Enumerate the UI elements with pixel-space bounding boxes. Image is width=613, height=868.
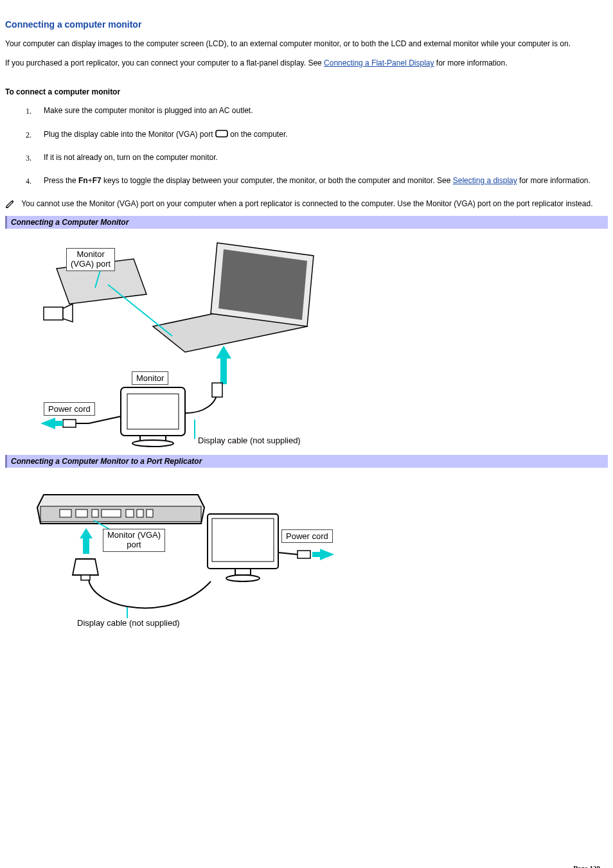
fig2-vga-label: Monitor (VGA)port bbox=[103, 529, 165, 552]
sub-heading: To connect a computer monitor bbox=[5, 87, 608, 96]
section-heading: Connecting a computer monitor bbox=[5, 19, 608, 30]
svg-rect-30 bbox=[147, 509, 153, 517]
svg-rect-25 bbox=[76, 509, 87, 517]
svg-marker-34 bbox=[80, 528, 93, 538]
svg-point-40 bbox=[226, 575, 260, 581]
step-text-post: on the computer. bbox=[230, 130, 287, 139]
step-text-pre: Press the bbox=[44, 176, 78, 185]
svg-rect-0 bbox=[216, 130, 227, 137]
intro-paragraph-2: If you purchased a port replicator, you … bbox=[5, 58, 608, 68]
note-paragraph: You cannot use the Monitor (VGA) port on… bbox=[5, 199, 608, 211]
figure2-caption: Connecting a Computer Monitor to a Port … bbox=[5, 455, 608, 468]
svg-rect-33 bbox=[81, 575, 90, 580]
svg-marker-32 bbox=[73, 559, 98, 575]
figure1-caption: Connecting a Computer Monitor bbox=[5, 216, 608, 229]
note-icon bbox=[5, 199, 17, 211]
page-number: Page 120 bbox=[573, 864, 600, 868]
step-text-post: for more information. bbox=[517, 176, 591, 185]
fig1-power-label: Power cord bbox=[44, 402, 95, 416]
fig2-power-label: Power cord bbox=[281, 529, 333, 543]
step-num: 2. bbox=[26, 130, 31, 140]
svg-rect-42 bbox=[298, 551, 310, 558]
link-selecting-display[interactable]: Selecting a display bbox=[453, 176, 517, 185]
para2-pre: If you purchased a port replicator, you … bbox=[5, 58, 324, 67]
svg-rect-7 bbox=[44, 307, 63, 320]
svg-marker-10 bbox=[216, 346, 231, 359]
svg-rect-43 bbox=[312, 552, 320, 557]
step-1: 1. Make sure the computer monitor is plu… bbox=[44, 105, 608, 116]
step-text-mid: keys to toggle the display between your … bbox=[102, 176, 453, 185]
intro-paragraph-1: Your computer can display images to the … bbox=[5, 39, 608, 49]
fig1-cable-label: Display cable (not supplied) bbox=[198, 436, 301, 445]
note-text: You cannot use the Monitor (VGA) port on… bbox=[21, 199, 592, 208]
svg-line-41 bbox=[278, 553, 298, 554]
svg-rect-29 bbox=[137, 509, 143, 517]
step-num: 3. bbox=[26, 153, 31, 163]
step-4: 4. Press the Fn+F7 keys to toggle the di… bbox=[44, 175, 608, 186]
svg-rect-15 bbox=[212, 383, 222, 397]
svg-rect-24 bbox=[60, 509, 71, 517]
step-text: If it is not already on, turn on the com… bbox=[44, 153, 218, 162]
fig1-monitor-label: Monitor bbox=[132, 371, 168, 385]
step-num: 4. bbox=[26, 176, 31, 186]
key-fn: Fn bbox=[78, 176, 88, 185]
step-text: Make sure the computer monitor is plugge… bbox=[44, 106, 253, 115]
vga-port-icon bbox=[215, 129, 228, 138]
svg-marker-8 bbox=[63, 304, 73, 322]
svg-rect-17 bbox=[63, 420, 76, 427]
step-3: 3. If it is not already on, turn on the … bbox=[44, 152, 608, 163]
svg-rect-26 bbox=[92, 509, 98, 517]
svg-marker-3 bbox=[218, 249, 307, 320]
svg-rect-28 bbox=[126, 509, 134, 517]
svg-rect-38 bbox=[212, 518, 274, 562]
link-flat-panel[interactable]: Connecting a Flat-Panel Display bbox=[324, 58, 434, 67]
figure1: Monitor(VGA) port Monitor Power cord Dis… bbox=[5, 230, 608, 448]
key-f7: F7 bbox=[93, 176, 102, 185]
svg-rect-35 bbox=[83, 538, 89, 554]
port-replicator-illustration bbox=[5, 469, 365, 636]
laptop-illustration bbox=[5, 230, 365, 448]
step-text-pre: Plug the display cable into the Monitor … bbox=[44, 130, 215, 139]
fig1-vga-label: Monitor(VGA) port bbox=[66, 248, 115, 271]
step-num: 1. bbox=[26, 106, 31, 116]
key-plus: + bbox=[88, 176, 93, 185]
figure2: Monitor (VGA)port Power cord Display cab… bbox=[5, 469, 608, 636]
step-2: 2. Plug the display cable into the Monit… bbox=[44, 129, 608, 139]
para2-post: for more information. bbox=[434, 58, 507, 67]
svg-rect-39 bbox=[235, 569, 251, 575]
svg-marker-44 bbox=[320, 549, 334, 560]
svg-rect-27 bbox=[102, 509, 121, 517]
svg-rect-21 bbox=[55, 421, 63, 426]
svg-marker-20 bbox=[40, 418, 55, 429]
fig2-cable-label: Display cable (not supplied) bbox=[77, 618, 180, 628]
svg-point-14 bbox=[132, 440, 173, 447]
svg-line-19 bbox=[89, 416, 121, 423]
steps-list: 1. Make sure the computer monitor is plu… bbox=[5, 105, 608, 186]
svg-rect-12 bbox=[127, 394, 179, 429]
